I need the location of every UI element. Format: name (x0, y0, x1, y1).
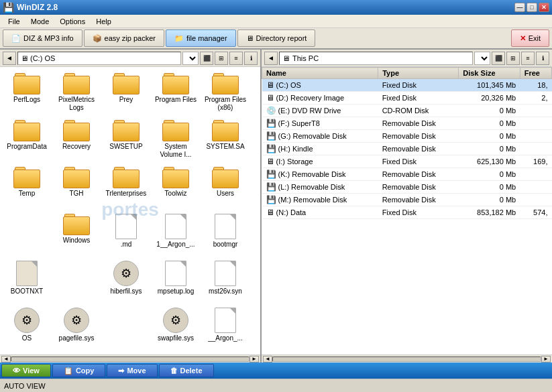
right-view-btn1[interactable]: ⬛ (492, 52, 505, 65)
titlebar: 💾 WinDIZ 2.8 — □ ✕ (0, 0, 552, 15)
table-row[interactable]: 💾 (H:) Kindle Removable Disk 0 Mb (262, 143, 552, 155)
right-view-btn4[interactable]: ℹ (536, 52, 549, 65)
titlebar-controls: — □ ✕ (514, 3, 549, 12)
right-view-btn2[interactable]: ⊞ (506, 52, 520, 65)
exit-label: Exit (529, 34, 541, 42)
folder-prey[interactable]: Prey (102, 70, 150, 115)
left-path-display: 🖥 (C:) OS (17, 52, 181, 65)
close-button[interactable]: ✕ (539, 3, 549, 12)
menu-mode[interactable]: Mode (25, 16, 55, 27)
zip-label: easy zip packer (105, 34, 156, 42)
left-view-btn4[interactable]: ℹ (244, 52, 258, 65)
left-scroll-right[interactable]: ► (250, 356, 259, 363)
folder-tgh[interactable]: TGH (52, 164, 101, 209)
diz-mp3-button[interactable]: 📄 DIZ & MP3 info (3, 29, 82, 47)
left-content-wrapper: PerfLogs PixelMetrics Logs Prey Program … (0, 67, 260, 354)
right-scroll-left[interactable]: ◄ (263, 356, 272, 363)
table-row[interactable]: 💾 (M:) Removable Disk Removable Disk 0 M… (262, 194, 552, 206)
folder-recovery[interactable]: Recovery (52, 117, 101, 162)
view-button[interactable]: 👁 View (1, 364, 51, 377)
left-back-button[interactable]: ◄ (3, 52, 16, 65)
dir-report-button[interactable]: 🖥 Directory report (237, 29, 316, 47)
file-argon2[interactable]: __Argon_... (201, 304, 250, 350)
table-row[interactable]: 🖥 (C:) OS Fixed Disk 101,345 Mb 18, (262, 79, 552, 92)
delete-label: Delete (180, 367, 203, 375)
table-row[interactable]: 💾 (G:) Removable Disk Removable Disk 0 M… (262, 130, 552, 143)
table-row[interactable]: 🖥 (I:) Storage Fixed Disk 625,130 Mb 169… (262, 155, 552, 168)
left-scrollbar[interactable]: ◄ ► (0, 354, 260, 363)
table-row[interactable]: 💾 (K:) Removable Disk Removable Disk 0 M… (262, 168, 552, 181)
dir-icon: 🖥 (246, 34, 254, 42)
file-bootmgr[interactable]: bootmgr (201, 210, 250, 256)
folder-pixelmetrics[interactable]: PixelMetrics Logs (52, 70, 101, 115)
minimize-button[interactable]: — (514, 3, 525, 12)
right-hscrollbar[interactable] (272, 356, 541, 362)
right-back-button[interactable]: ◄ (264, 52, 278, 65)
left-scroll-left[interactable]: ◄ (1, 356, 11, 363)
table-row[interactable]: 💾 (L:) Removable Disk Removable Disk 0 M… (262, 181, 552, 194)
right-header: ◄ 🖥 This PC ▼ ⬛ ⊞ ≡ ℹ (262, 50, 552, 67)
folder-temp[interactable]: Temp (3, 164, 51, 209)
folder-toolwiz[interactable]: Toolwiz (152, 164, 200, 209)
file-swapfile[interactable]: ⚙ swapfile.sys (152, 304, 200, 350)
table-row[interactable]: 🖥 (D:) Recovery Image Fixed Disk 20,326 … (262, 92, 552, 105)
menu-options[interactable]: Options (54, 16, 91, 27)
copy-label: Copy (76, 367, 95, 375)
file-argon1[interactable]: 1__Argon_... (152, 210, 200, 256)
main-area: ◄ 🖥 (C:) OS ▼ ⬛ ⊞ ≡ ℹ PerfLogs (0, 50, 552, 363)
file-manager-button[interactable]: 📁 file manager (166, 29, 236, 47)
delete-button[interactable]: 🗑 Delete (159, 364, 214, 377)
exit-button[interactable]: ✕ Exit (511, 29, 549, 47)
menu-help[interactable]: Help (91, 16, 117, 27)
right-drive-select[interactable]: ▼ (474, 52, 490, 65)
col-name[interactable]: Name (262, 68, 378, 79)
maximize-button[interactable]: □ (527, 3, 537, 12)
left-view-btn1[interactable]: ⬛ (200, 52, 213, 65)
left-drive-select[interactable]: ▼ (182, 52, 199, 65)
menu-file[interactable]: File (3, 16, 25, 27)
file-os[interactable]: ⚙ OS (3, 304, 51, 350)
folder-trlenterprises[interactable]: Trlenterprises (102, 164, 150, 209)
col-size[interactable]: Disk Size (459, 68, 520, 79)
diz-label: DIZ & MP3 info (23, 34, 74, 42)
move-button[interactable]: ➡ Move (107, 364, 157, 377)
copy-button[interactable]: 📋 Copy (52, 364, 106, 377)
fm-icon: 📁 (174, 34, 184, 43)
left-hscrollbar[interactable] (11, 356, 250, 362)
table-row[interactable]: 💿 (E:) DVD RW Drive CD-ROM Disk 0 Mb (262, 105, 552, 117)
app-icon: 💾 (3, 2, 14, 13)
folder-programdata[interactable]: ProgramData (3, 117, 51, 162)
exit-icon: ✕ (520, 34, 526, 43)
folder-perflogs[interactable]: PerfLogs (3, 70, 51, 115)
folder-program-files[interactable]: Program Files (152, 70, 200, 115)
file-mpsetup[interactable]: mpsetup.log (152, 257, 200, 303)
table-row[interactable]: 🖥 (N:) Data Fixed Disk 853,182 Mb 574, (262, 206, 552, 219)
file-mst26v[interactable]: mst26v.syn (201, 257, 250, 303)
folder-system-volume[interactable]: System Volume I... (152, 117, 200, 162)
right-scroll-right[interactable]: ► (541, 356, 551, 363)
folder-users[interactable]: Users (201, 164, 250, 209)
left-view-btn3[interactable]: ≡ (229, 52, 243, 65)
file-hiberfil[interactable]: ⚙ hiberfil.sys (102, 257, 150, 303)
right-view-btn3[interactable]: ≡ (521, 52, 535, 65)
folder-windows[interactable]: Windows (52, 210, 101, 256)
file-md[interactable]: .md (102, 210, 150, 256)
folder-systemsa[interactable]: SYSTEM.SA (201, 117, 250, 162)
view-icon: 👁 (13, 367, 20, 375)
folder-program-files-x86[interactable]: Program Files (x86) (201, 70, 250, 115)
app-title: WinDIZ 2.8 (17, 3, 58, 12)
col-free[interactable]: Free (520, 68, 551, 79)
toolbar: 📄 DIZ & MP3 info 📦 easy zip packer 📁 fil… (0, 28, 552, 50)
right-path-display: 🖥 This PC (279, 52, 473, 65)
menubar: File Mode Options Help (0, 15, 552, 28)
file-pagefile[interactable]: ⚙ pagefile.sys (52, 304, 101, 350)
zip-packer-button[interactable]: 📦 easy zip packer (84, 29, 164, 47)
diz-icon: 📄 (11, 34, 21, 43)
folder-swsetup[interactable]: SWSETUP (102, 117, 150, 162)
file-bootnxt[interactable]: BOOTNXT (3, 257, 51, 303)
table-row[interactable]: 💾 (F:) SuperT8 Removable Disk 0 Mb (262, 117, 552, 130)
col-type[interactable]: Type (378, 68, 459, 79)
left-view-btn2[interactable]: ⊞ (215, 52, 228, 65)
fm-label: file manager (186, 34, 227, 42)
right-scrollbar[interactable]: ◄ ► (262, 354, 552, 363)
